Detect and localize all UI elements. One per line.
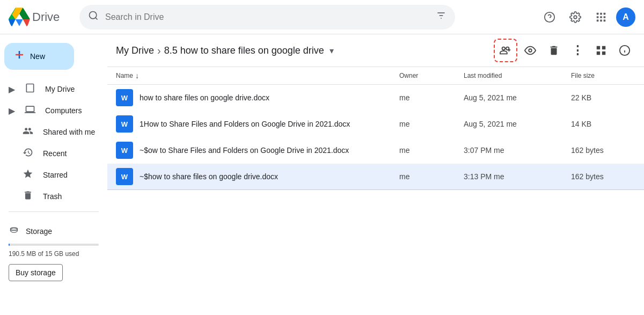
breadcrumb-area: My Drive › 8.5 how to share files on goo…: [116, 45, 494, 57]
svg-rect-11: [597, 16, 599, 18]
sidebar-item-trash[interactable]: Trash: [0, 186, 103, 207]
delete-button[interactable]: [543, 40, 565, 61]
svg-rect-15: [600, 19, 602, 21]
plus-icon: [13, 48, 26, 64]
sidebar-item-trash-label: Trash: [43, 192, 62, 201]
svg-point-25: [529, 49, 532, 52]
drive-logo-icon: [9, 6, 30, 28]
table-row[interactable]: W ~$how to share files on google drive.d…: [107, 164, 644, 190]
computers-icon: [24, 104, 36, 118]
breadcrumb-current: 8.5 how to share files on google drive: [164, 45, 324, 56]
sidebar-item-my-drive[interactable]: ▶ My Drive: [0, 78, 103, 100]
file-name: how to share files on google drive.docx: [140, 93, 399, 102]
file-size: 162 bytes: [571, 172, 635, 181]
search-icon: [88, 10, 99, 24]
column-owner-label: Owner: [399, 72, 418, 79]
svg-rect-14: [597, 19, 599, 21]
svg-rect-28: [597, 52, 600, 55]
main-area: New ▶ My Drive ▶: [0, 34, 644, 315]
sidebar-item-shared-label: Shared with me: [43, 128, 95, 136]
file-icon: W: [116, 115, 133, 133]
filter-icon[interactable]: [436, 10, 447, 24]
breadcrumb-dropdown-icon[interactable]: ▾: [330, 46, 334, 56]
column-name-label: Name: [116, 72, 133, 79]
storage-used-text: 190.5 MB of 15 GB used: [9, 250, 99, 258]
settings-button[interactable]: [565, 6, 586, 28]
logo-area: Drive: [9, 6, 73, 28]
storage-icon: [9, 225, 19, 237]
table-row[interactable]: W ~$ow to Share Files and Folders on Goo…: [107, 137, 644, 164]
storage-bar: [9, 244, 10, 246]
file-owner: me: [399, 172, 464, 181]
svg-rect-10: [604, 12, 606, 14]
sidebar-item-shared[interactable]: Shared with me: [0, 121, 103, 143]
recent-icon: [21, 147, 34, 160]
top-right-icons: A: [539, 6, 635, 28]
trash-icon: [21, 190, 34, 203]
share-button[interactable]: [494, 39, 517, 62]
new-button-label: New: [30, 52, 45, 61]
file-table-body: W how to share files on google drive.doc…: [107, 85, 644, 190]
apps-button[interactable]: [590, 6, 612, 28]
column-header-owner: Owner: [399, 72, 464, 79]
table-row[interactable]: W 1How to Share Files and Folders on Goo…: [107, 111, 644, 137]
buy-storage-button[interactable]: Buy storage: [9, 264, 63, 281]
sidebar-item-recent-label: Recent: [43, 149, 67, 158]
file-modified: 3:07 PM me: [464, 146, 571, 155]
svg-rect-16: [604, 19, 606, 21]
sidebar-item-computers-label: Computers: [45, 106, 82, 115]
file-icon: W: [116, 142, 133, 159]
file-size: 14 KB: [571, 120, 635, 128]
svg-rect-13: [604, 16, 606, 18]
file-name: ~$ow to Share Files and Folders on Googl…: [140, 146, 399, 155]
expand-computers-icon: ▶: [9, 106, 15, 116]
breadcrumb-chevron-icon: ›: [157, 45, 161, 57]
file-modified: Aug 5, 2021 me: [464, 120, 571, 128]
sidebar-item-computers[interactable]: ▶ Computers: [0, 100, 103, 121]
storage-bar-container: [9, 244, 99, 246]
grid-view-button[interactable]: [590, 40, 612, 61]
sidebar-item-starred[interactable]: Starred: [0, 164, 103, 186]
file-size: 162 bytes: [571, 146, 635, 155]
app-title: Drive: [32, 10, 60, 24]
table-row[interactable]: W how to share files on google drive.doc…: [107, 85, 644, 111]
table-header: Name ↓ Owner Last modified File size: [107, 67, 644, 85]
file-owner: me: [399, 146, 464, 155]
search-input[interactable]: [105, 12, 429, 22]
search-bar[interactable]: [79, 5, 455, 30]
starred-icon: [21, 169, 34, 182]
new-button[interactable]: New: [4, 43, 74, 70]
sidebar: New ▶ My Drive ▶: [0, 34, 107, 315]
breadcrumb-toolbar-row: My Drive › 8.5 how to share files on goo…: [107, 34, 644, 67]
svg-rect-29: [602, 52, 605, 55]
file-modified: 3:13 PM me: [464, 172, 571, 181]
avatar[interactable]: A: [616, 8, 635, 27]
column-header-size: File size: [571, 72, 635, 79]
svg-line-1: [96, 18, 98, 20]
breadcrumb-parent[interactable]: My Drive: [116, 45, 154, 56]
sort-arrow-icon: ↓: [135, 71, 139, 80]
file-name: 1How to Share Files and Folders on Googl…: [140, 120, 399, 128]
help-button[interactable]: [539, 6, 560, 28]
file-owner: me: [399, 93, 464, 102]
preview-button[interactable]: [519, 40, 541, 61]
app-container: Drive: [0, 0, 644, 315]
svg-rect-8: [597, 12, 599, 14]
more-options-button[interactable]: ⋮: [567, 40, 588, 61]
column-header-name[interactable]: Name ↓: [116, 71, 399, 80]
shared-icon: [21, 126, 34, 139]
svg-rect-27: [602, 46, 605, 49]
my-drive-icon: [24, 83, 36, 96]
sidebar-item-starred-label: Starred: [43, 171, 68, 179]
file-size: 22 KB: [571, 93, 635, 102]
svg-rect-9: [600, 12, 602, 14]
view-details-button[interactable]: [614, 40, 635, 61]
sidebar-item-my-drive-label: My Drive: [45, 85, 75, 93]
file-icon: W: [116, 168, 133, 185]
file-modified: Aug 5, 2021 me: [464, 93, 571, 102]
expand-icon: ▶: [9, 84, 15, 94]
column-modified-label: Last modified: [464, 72, 502, 79]
sidebar-item-recent[interactable]: Recent: [0, 143, 103, 164]
content-area: My Drive › 8.5 how to share files on goo…: [107, 34, 644, 315]
file-icon: W: [116, 89, 133, 106]
